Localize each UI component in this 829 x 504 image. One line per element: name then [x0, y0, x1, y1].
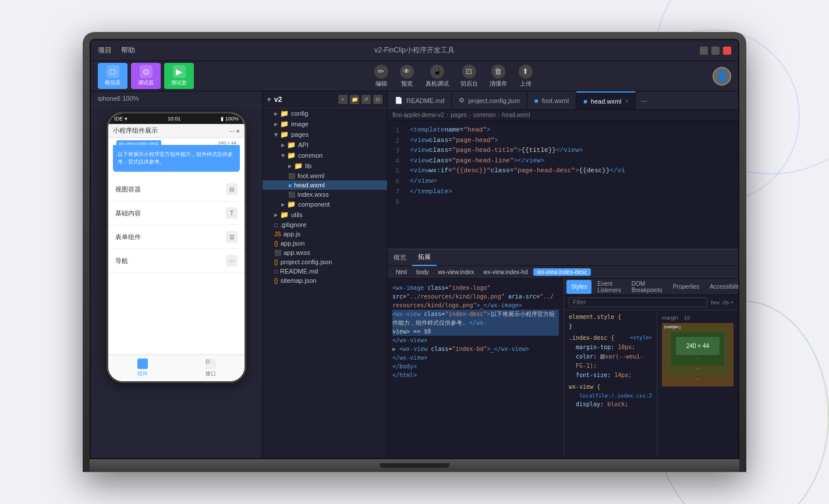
tab-head-wxml[interactable]: ■ head.wxml × [576, 91, 636, 110]
highlight-size: 240 × 44 [218, 140, 236, 145]
display-val: block; [607, 401, 628, 407]
utils-folder-icon: 📁 [280, 211, 289, 219]
tool-background[interactable]: ⊡ 切后台 [460, 65, 478, 88]
readme-icon: □ [274, 268, 278, 275]
tree-item-gitignore[interactable]: □ .gitignore [263, 220, 387, 229]
menu-item-label-form: 表单组件 [115, 233, 141, 242]
code-area[interactable]: <template name="head"> <view class="page… [405, 120, 738, 249]
devtools-tab-console[interactable]: 拓展 [412, 250, 437, 266]
menu-project[interactable]: 项目 [98, 45, 112, 55]
tree-item-api[interactable]: ▶ 📁 API [263, 140, 387, 150]
line-numbers: 12345678 [388, 120, 405, 249]
phone-menu-item-nav[interactable]: 导航 ··· [108, 249, 245, 273]
tab-more-button[interactable]: ··· [636, 96, 652, 105]
minimize-button[interactable] [700, 47, 708, 55]
close-button[interactable] [723, 47, 731, 55]
nav-components-label: 组件 [137, 370, 148, 378]
phone-menu-item-form[interactable]: 表单组件 ☰ [108, 225, 245, 249]
preview-icon: 👁 [400, 65, 414, 79]
phone-highlight-box: wx-view.index-desc 240 × 44 以下将展示小程序官方组件… [113, 145, 240, 171]
tree-item-app-json[interactable]: {} app.json [263, 239, 387, 248]
tree-item-head-wxml[interactable]: ■ head.wxml [263, 180, 387, 190]
utils-arrow: ▶ [274, 212, 278, 218]
devtools-tab-elements[interactable]: 概览 [388, 250, 412, 266]
tool-upload[interactable]: ⬆ 上传 [519, 65, 533, 88]
styles-filter-bar: :hov .cls + [564, 295, 738, 310]
pill-wx-view-index[interactable]: wx-view.index [435, 268, 478, 276]
pill-html[interactable]: html [392, 268, 410, 276]
menu-help[interactable]: 帮助 [121, 45, 135, 55]
styles-panel-tabs: Styles Event Listeners DOM Breakpoints P… [564, 279, 738, 295]
tab-head-icon: ■ [583, 98, 587, 105]
styles-tab-accessibility[interactable]: Accessibility [705, 280, 738, 294]
phone-panel-header: iphone6 100% [91, 91, 262, 106]
simulate-label: 模拟器 [105, 79, 121, 87]
pill-wx-view-index-desc[interactable]: wx-view.index-desc [533, 268, 590, 276]
font-size-prop: font-size [576, 372, 607, 378]
new-folder-button[interactable]: 📁 [350, 95, 359, 104]
phone-menu-item-view[interactable]: 视图容器 ⊟ [108, 178, 245, 201]
new-file-button[interactable]: + [338, 95, 348, 104]
tab-head-label: head.wxml [591, 98, 622, 105]
bm-border: border padding 240 × 44 - [667, 328, 729, 376]
debug-button[interactable]: ⊙ 调试器 [131, 63, 161, 89]
tree-item-utils[interactable]: ▶ 📁 utils [263, 210, 387, 220]
tree-item-pages[interactable]: ▶ 📁 pages [263, 129, 387, 140]
tree-item-image[interactable]: ▶ 📁 image [263, 119, 387, 129]
tree-item-index-wxss[interactable]: ⬛ index.wxss [263, 190, 387, 199]
color-prop: color [576, 353, 593, 360]
bm-border-bottom: - [671, 365, 724, 371]
user-avatar[interactable]: 👤 [713, 67, 731, 86]
tool-preview[interactable]: 👁 预览 [400, 65, 414, 88]
tab-foot-wxml[interactable]: ■ foot.wxml [527, 91, 576, 110]
maximize-button[interactable] [711, 47, 720, 55]
tool-edit[interactable]: ✏ 编辑 [374, 65, 388, 88]
styles-tab-styles[interactable]: Styles [566, 280, 591, 294]
tree-item-project-config[interactable]: {} project.config.json [263, 257, 387, 267]
styles-filter-input[interactable] [569, 297, 707, 307]
html-line-6: ▶ <wx-view class="index-bd">_</wx-view> [392, 345, 559, 353]
tree-item-common[interactable]: ▶ 📁 common [263, 150, 387, 161]
tree-item-foot-wxml[interactable]: ⬛ foot.wxml [263, 171, 387, 180]
tree-item-component[interactable]: ▶ 📁 component [263, 199, 387, 210]
tab-project-config-label: project.config.json [468, 97, 520, 104]
tab-readme[interactable]: 📄 README.md [388, 91, 452, 110]
tool-device-debug[interactable]: 📱 真机调试 [426, 65, 449, 88]
tab-project-config[interactable]: ⚙ project.config.json [452, 91, 527, 110]
filter-hint[interactable]: :hov .cls + [710, 300, 734, 306]
tab-readme-label: README.md [406, 97, 444, 104]
style-rule-wx-view: wx-view { localfile:/.index.css:2 [569, 382, 652, 392]
menu-item-icon-content: T [226, 207, 238, 219]
tab-head-close[interactable]: × [625, 98, 628, 104]
collapse-all-button[interactable]: ⊟ [373, 95, 382, 104]
common-label: common [298, 152, 323, 159]
styles-tab-properties[interactable]: Properties [668, 280, 704, 294]
phone-nav-interface[interactable]: ⊡ 接口 [206, 359, 216, 378]
phone-menu-item-content[interactable]: 基础内容 T [108, 201, 245, 225]
styles-tab-dom-breakpoints[interactable]: DOM Breakpoints [627, 280, 667, 294]
wx-view-source[interactable]: localfile:/.index.css:2 [579, 392, 652, 400]
pill-wx-view-index-hd[interactable]: wx-view.index-hd [480, 268, 531, 276]
phone-nav-components[interactable]: ⊞ 组件 [137, 359, 148, 378]
index-desc-source[interactable]: <style> [630, 333, 652, 342]
nav-interface-icon: ⊡ [206, 359, 216, 369]
devtools-panel-tabs: 概览 拓展 [388, 250, 738, 266]
pages-folder-icon: 📁 [280, 130, 289, 139]
pill-body[interactable]: body [413, 268, 433, 276]
tree-item-sitemap[interactable]: {} sitemap.json [263, 276, 387, 285]
tree-item-config[interactable]: ▶ 📁 config [263, 108, 387, 119]
test-label: 测试套 [171, 79, 187, 87]
laptop-notch [380, 463, 449, 468]
refresh-button[interactable]: ↺ [362, 95, 371, 104]
styles-tab-event-listeners[interactable]: Event Listeners [593, 280, 626, 294]
tree-item-app-wxss[interactable]: ⬛ app.wxss [263, 248, 387, 257]
test-button[interactable]: ▶ 测试套 [164, 63, 194, 89]
tree-item-app-js[interactable]: JS app.js [263, 229, 387, 239]
tree-item-readme[interactable]: □ README.md [263, 267, 387, 276]
simulate-button[interactable]: □ 模拟器 [98, 63, 127, 89]
html-line-7: </wx-view> [392, 353, 559, 362]
tool-clear-cache[interactable]: 🗑 清缓存 [490, 65, 507, 88]
tool-edit-label: 编辑 [375, 80, 387, 88]
tree-item-lib[interactable]: ▶ 📁 lib [263, 161, 387, 171]
box-model-label: margin 10 [662, 315, 734, 321]
